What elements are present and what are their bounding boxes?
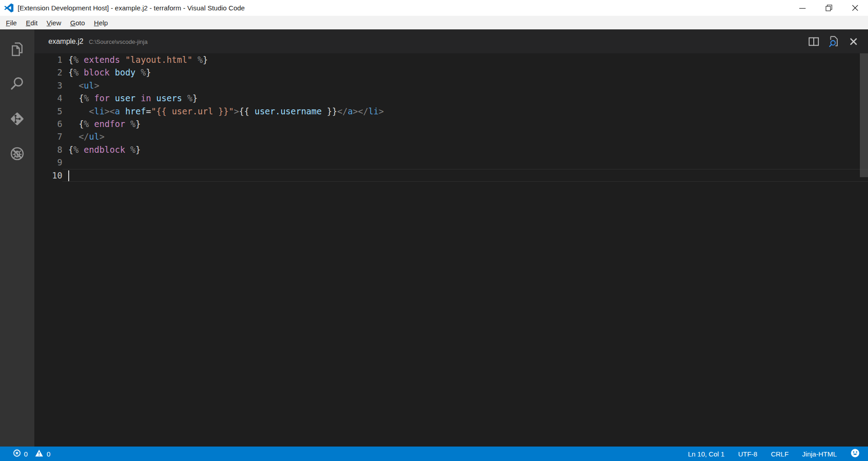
- code-line-9[interactable]: 9: [34, 156, 868, 169]
- split-editor-button[interactable]: [807, 34, 821, 49]
- line-content[interactable]: {% endfor %}: [62, 118, 868, 130]
- line-content[interactable]: <ul>: [62, 79, 868, 92]
- line-number: 9: [34, 156, 62, 169]
- code-line-10[interactable]: 10: [34, 169, 868, 182]
- line-content[interactable]: {% for user in users %}: [62, 92, 868, 104]
- menu-edit[interactable]: Edit: [21, 18, 42, 28]
- editor-filename: example.j2: [48, 38, 83, 46]
- code-line-8[interactable]: 8{% endblock %}: [34, 143, 868, 156]
- code-line-6[interactable]: 6 {% endfor %}: [34, 118, 868, 130]
- problems-errors[interactable]: 0: [13, 449, 28, 458]
- minimize-button[interactable]: [789, 0, 816, 16]
- explorer-icon: [9, 41, 25, 59]
- debug-disabled-icon: [9, 146, 25, 164]
- sidebar-item-source-control[interactable]: [0, 102, 34, 137]
- window-title: [Extension Development Host] - example.j…: [18, 4, 245, 12]
- line-number: 8: [34, 143, 62, 156]
- line-number: 7: [34, 130, 62, 143]
- line-number: 3: [34, 79, 62, 92]
- window-controls: [789, 0, 868, 16]
- code-line-5[interactable]: 5 <li><a href="{{ user.url }}">{{ user.u…: [34, 105, 868, 118]
- code-line-2[interactable]: 2{% block body %}: [34, 66, 868, 79]
- line-content[interactable]: {% block body %}: [62, 66, 868, 79]
- activity-bar: [0, 29, 34, 447]
- line-number: 1: [34, 53, 62, 66]
- line-number: 2: [34, 66, 62, 79]
- vscode-logo-icon: [4, 3, 14, 13]
- sidebar-item-search[interactable]: [0, 67, 34, 102]
- menu-view[interactable]: View: [42, 18, 66, 28]
- code-editor[interactable]: 1{% extends "layout.html" %}2{% block bo…: [34, 53, 868, 182]
- line-content[interactable]: </ul>: [62, 130, 868, 143]
- code-line-7[interactable]: 7 </ul>: [34, 130, 868, 143]
- line-number: 6: [34, 118, 62, 130]
- titlebar: [Extension Development Host] - example.j…: [0, 0, 868, 16]
- line-content[interactable]: {% extends "layout.html" %}: [62, 53, 868, 66]
- eol-indicator[interactable]: CRLF: [771, 450, 788, 458]
- editor-scrollbar[interactable]: [860, 53, 868, 177]
- line-number: 4: [34, 92, 62, 104]
- menu-help[interactable]: Help: [90, 18, 113, 28]
- editor-group: example.j2 C:\Source\vscode-jinja: [34, 29, 868, 447]
- code-line-3[interactable]: 3 <ul>: [34, 79, 868, 92]
- line-content[interactable]: [62, 156, 868, 169]
- encoding-indicator[interactable]: UTF-8: [738, 450, 758, 458]
- code-line-1[interactable]: 1{% extends "layout.html" %}: [34, 53, 868, 66]
- cursor-position[interactable]: Ln 10, Col 1: [688, 450, 725, 458]
- line-number: 10: [34, 169, 62, 182]
- search-icon: [9, 76, 25, 94]
- sidebar-item-explorer[interactable]: [0, 33, 34, 67]
- editor-filepath: C:\Source\vscode-jinja: [89, 38, 147, 45]
- restore-button[interactable]: [816, 0, 842, 16]
- menu-goto[interactable]: Goto: [66, 18, 90, 28]
- text-cursor: [68, 170, 69, 181]
- problems-warnings[interactable]: 0: [35, 449, 50, 458]
- close-editor-button[interactable]: [846, 34, 861, 49]
- menu-bar: FileEditViewGotoHelp: [0, 16, 868, 29]
- editor-actions: [807, 29, 861, 53]
- warning-icon: [35, 449, 43, 458]
- language-mode[interactable]: Jinja-HTML: [802, 450, 837, 458]
- error-count: 0: [24, 450, 28, 458]
- close-button[interactable]: [842, 0, 868, 16]
- line-content[interactable]: {% endblock %}: [62, 143, 868, 156]
- line-content[interactable]: [62, 169, 868, 182]
- open-preview-button[interactable]: [826, 34, 841, 49]
- line-number: 5: [34, 105, 62, 118]
- code-line-4[interactable]: 4 {% for user in users %}: [34, 92, 868, 104]
- sidebar-item-debug[interactable]: [0, 137, 34, 172]
- source-control-icon: [9, 111, 25, 129]
- error-icon: [13, 449, 21, 458]
- feedback-smiley-icon[interactable]: [850, 448, 860, 459]
- status-bar: 0 0 Ln 10, Col 1 UTF-8 CRLF Jinja-HTML: [0, 447, 868, 461]
- line-content[interactable]: <li><a href="{{ user.url }}">{{ user.use…: [62, 105, 868, 118]
- warning-count: 0: [47, 450, 50, 458]
- editor-title-bar: example.j2 C:\Source\vscode-jinja: [34, 29, 868, 53]
- menu-file[interactable]: File: [1, 18, 21, 28]
